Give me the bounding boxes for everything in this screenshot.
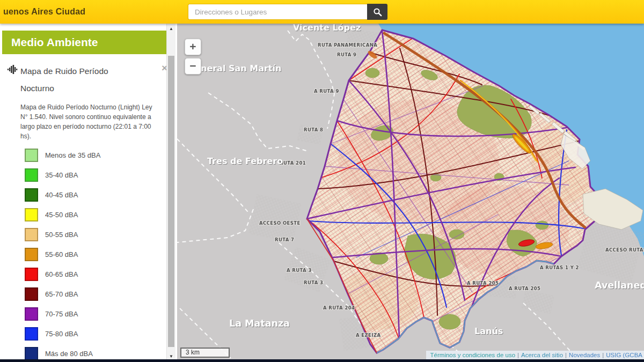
map-route-label: RUTA 3	[304, 280, 323, 285]
legend-swatch	[25, 149, 38, 162]
search-input[interactable]	[188, 4, 367, 20]
search-button[interactable]	[367, 4, 387, 20]
legend-label: 55-60 dBA	[45, 250, 78, 258]
legend-label: Más de 80 dBA	[45, 350, 93, 358]
map-route-label: RUTA 201	[280, 160, 306, 166]
legend-item: 40-45 dBA	[25, 188, 177, 202]
map-zoom-controls: + −	[185, 39, 201, 77]
search-bar	[188, 4, 387, 20]
map-canvas[interactable]: RUTA PANAMERICANA RUTA 9 A RUTA 9 RUTA 8…	[177, 24, 644, 362]
legend-item: 60-65 dBA	[25, 268, 177, 281]
legend-swatch	[25, 208, 38, 221]
brand-logo[interactable]: uenos Aires Ciudad	[3, 7, 85, 17]
map-route-label: A RUTA 205	[509, 286, 540, 291]
map-route-label: A RUTA 204	[323, 305, 355, 311]
legend-item: 75-80 dBA	[25, 327, 177, 341]
legend-item: 65-70 dBA	[25, 287, 177, 301]
map-route-label: A EZEIZA	[356, 333, 380, 338]
map-route-label: A RUTA 9	[314, 88, 339, 94]
legend-item: Menos de 35 dBA	[25, 149, 177, 162]
map-locality-label: General San Martín	[188, 63, 281, 73]
usig-link[interactable]: USIG (GCBA	[606, 352, 642, 358]
legend-item: 35-40 dBA	[25, 168, 177, 182]
news-link[interactable]: Novedades	[569, 352, 600, 358]
footer-separator: |	[600, 352, 606, 358]
terms-link[interactable]: Términos y condiciones de uso	[430, 352, 516, 358]
map-locality-label: Lanús	[474, 326, 503, 336]
map-attribution: Términos y condiciones de uso|Acerca del…	[426, 351, 644, 359]
scrollbar-thumb[interactable]	[168, 56, 174, 347]
zoom-in-button[interactable]: +	[185, 39, 201, 55]
legend-swatch	[25, 268, 38, 281]
map-route-label: ACCESO OESTE	[259, 220, 301, 226]
layer-description: Mapa de Ruido Período Nocturno (Lnight) …	[20, 102, 157, 142]
legend-item: 70-75 dBA	[25, 307, 177, 321]
map-route-label: RUTA 8	[304, 127, 323, 132]
map-locality-label: Vicente López	[293, 24, 361, 33]
legend-swatch	[25, 248, 38, 261]
map-locality-label: Avellaneda	[595, 280, 644, 291]
footer-separator: |	[515, 352, 521, 358]
legend-swatch	[25, 168, 38, 182]
legend-item: 50-55 dBA	[25, 228, 177, 241]
noise-legend: Menos de 35 dBA 35-40 dBA 40-45 dBA 45-5…	[25, 149, 177, 360]
legend-label: 40-45 dBA	[45, 191, 78, 199]
legend-swatch	[25, 188, 38, 202]
search-icon	[373, 8, 382, 17]
legend-item: 45-50 dBA	[25, 208, 177, 221]
map-route-label: RUTA PANAMERICANA	[318, 42, 377, 48]
zoom-out-button[interactable]: −	[185, 58, 201, 75]
map-route-label: A RUTAS 1 Y 2	[540, 265, 579, 270]
legend-label: 45-50 dBA	[45, 211, 78, 219]
legend-swatch	[25, 228, 38, 241]
map-route-label: A RUTA 3	[287, 268, 312, 273]
legend-label: 75-80 dBA	[45, 330, 78, 338]
layer-title: Mapa de Ruido Período Nocturno	[20, 63, 133, 97]
legend-swatch	[25, 327, 38, 341]
map-route-label: RUTA 9	[337, 52, 356, 57]
map-locality-label: Tres de Febrero	[207, 156, 283, 166]
map-container[interactable]: RUTA PANAMERICANA RUTA 9 A RUTA 9 RUTA 8…	[177, 24, 644, 362]
sidebar-scrollbar[interactable]: ▲ ▼	[166, 24, 175, 362]
bottom-bar	[0, 359, 644, 362]
map-locality-label: La Matanza	[229, 318, 290, 329]
map-route-label: A RUTA 205	[467, 280, 499, 286]
legend-swatch	[25, 307, 38, 321]
sidebar: Medio Ambiente Mapa de Ruido Período Noc…	[0, 24, 177, 362]
legend-label: 65-70 dBA	[45, 290, 78, 298]
footer-separator: |	[563, 352, 569, 358]
layer-panel-header: Mapa de Ruido Período Nocturno ×	[8, 63, 169, 97]
legend-swatch	[25, 287, 38, 301]
noise-waveform-icon	[8, 65, 18, 76]
legend-label: Menos de 35 dBA	[45, 151, 100, 159]
map-route-label: RUTA 7	[275, 237, 294, 242]
legend-swatch	[25, 347, 38, 360]
legend-item: Más de 80 dBA	[25, 347, 177, 360]
legend-item: 55-60 dBA	[25, 248, 177, 261]
map-scale-bar: 3 km	[180, 348, 230, 358]
map-route-label: ACCESO RUTAS 1 Y 2	[605, 247, 644, 253]
top-bar: uenos Aires Ciudad	[0, 0, 644, 24]
section-header: Medio Ambiente	[2, 31, 166, 54]
legend-label: 70-75 dBA	[45, 310, 78, 318]
about-link[interactable]: Acerca del sitio	[521, 352, 563, 358]
scroll-up-icon[interactable]: ▲	[167, 25, 175, 33]
legend-label: 50-55 dBA	[45, 231, 78, 239]
legend-label: 60-65 dBA	[45, 270, 78, 278]
legend-label: 35-40 dBA	[45, 171, 78, 179]
